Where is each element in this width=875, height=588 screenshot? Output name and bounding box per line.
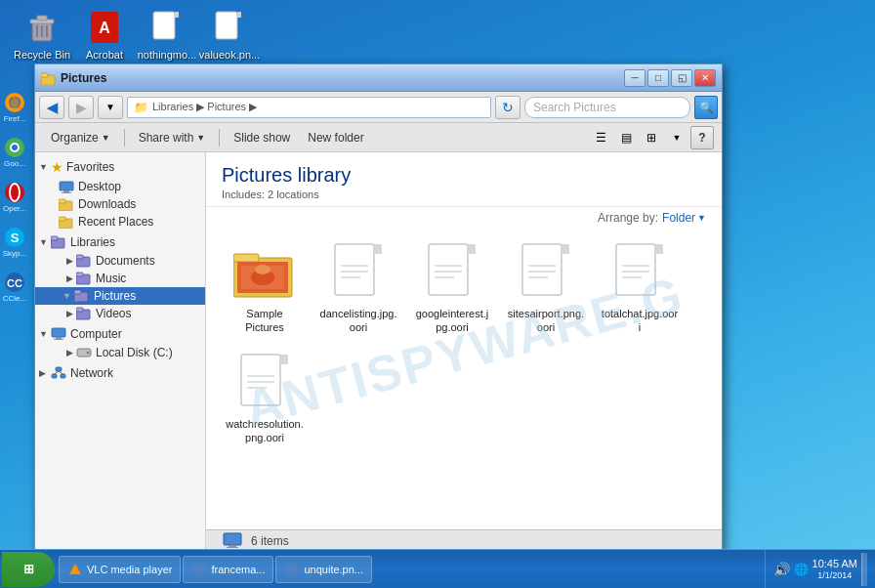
close-button[interactable]: ✕ (694, 69, 716, 87)
svg-rect-72 (522, 244, 562, 295)
view-tiles-button[interactable]: ⊞ (640, 126, 663, 149)
sitesairport-label: sitesairport.png.oori (507, 307, 585, 335)
arrange-value[interactable]: Folder ▼ (662, 211, 706, 225)
toolbar-sep-1 (124, 129, 125, 147)
share-with-button[interactable]: Share with ▼ (131, 126, 214, 149)
computer-header[interactable]: ▼ Computer (35, 324, 205, 344)
search-box[interactable]: Search Pictures (524, 97, 690, 118)
organize-button[interactable]: Organize ▼ (43, 126, 118, 149)
taskbar-item-vlc[interactable]: VLC media player (59, 556, 181, 583)
music-expand-icon: ▶ (66, 273, 73, 283)
svg-rect-92 (227, 547, 238, 548)
pictures-label: Pictures (94, 289, 136, 303)
music-icon (76, 272, 92, 285)
svg-rect-91 (229, 545, 236, 547)
nav-pane: ▼ ★ Favorites Desktop Downloads Recent P… (35, 152, 206, 551)
libraries-label: Libraries (70, 235, 115, 249)
view-arrow-button[interactable]: ▼ (665, 126, 688, 149)
minimize-button[interactable]: ─ (624, 69, 646, 87)
pictures-expand-icon: ▼ (62, 291, 71, 301)
sidebar-firefox[interactable]: Firef... (1, 88, 28, 127)
nav-item-documents[interactable]: ▶ Documents (35, 252, 205, 270)
nav-item-music[interactable]: ▶ Music (35, 270, 205, 287)
favorites-star-icon: ★ (51, 159, 63, 175)
file-item-sitesairport[interactable]: sitesairport.png.oori (503, 236, 589, 339)
recent-button[interactable]: ▼ (98, 96, 123, 119)
show-desktop-button[interactable] (861, 553, 867, 586)
svg-rect-50 (52, 374, 57, 378)
libraries-header[interactable]: ▼ Libraries (35, 232, 205, 252)
svg-rect-49 (56, 367, 62, 371)
toolbar-sep-2 (219, 129, 220, 147)
restore-button[interactable]: ◱ (671, 69, 692, 87)
forward-button[interactable]: ▶ (68, 96, 94, 119)
sidebar-ccleaner[interactable]: CC CCle... (1, 268, 28, 307)
nav-item-downloads[interactable]: Downloads (35, 195, 205, 213)
computer-icon (51, 327, 66, 341)
desktop-icon-acrobat[interactable]: A Acrobat (70, 8, 139, 62)
svg-rect-31 (59, 199, 65, 203)
address-icon: 📁 (134, 101, 148, 114)
watchresolution-icon (233, 351, 296, 413)
sidebar-opera[interactable]: Oper... (1, 178, 28, 217)
localdisk-expand-icon: ▶ (66, 348, 73, 357)
start-button[interactable]: ⊞ (2, 552, 55, 587)
file-item-googleinterest[interactable]: googleinterest.jpg.oori (409, 236, 495, 339)
sidebar-chrome[interactable]: Goo... (1, 133, 28, 172)
desktop-nav-icon (59, 180, 74, 193)
view-details-button[interactable]: ▤ (614, 126, 638, 149)
opera-label: Oper... (3, 204, 26, 213)
pictures-icon (74, 289, 90, 303)
maximize-button[interactable]: □ (647, 69, 669, 87)
clock: 10:45 AM 1/1/2014 (812, 557, 857, 582)
chrome-label: Goo... (4, 159, 25, 168)
acrobat-label: Acrobat (86, 49, 123, 62)
help-button[interactable]: ? (690, 126, 714, 149)
address-text: Libraries ▶ Pictures ▶ (152, 101, 257, 113)
desktop-icon-valueok[interactable]: valueok.pn... (195, 8, 264, 62)
slideshow-button[interactable]: Slide show (226, 126, 298, 149)
view-list-button[interactable]: ☰ (589, 126, 612, 149)
file-item-totalchat[interactable]: totalchat.jpg.oori (597, 236, 683, 339)
taskbar-item-francema[interactable]: francema... (183, 556, 273, 583)
file-item-dancelisting[interactable]: dancelisting.jpg.oori (315, 236, 401, 339)
svg-rect-26 (41, 73, 48, 77)
start-orb: ⊞ (23, 562, 34, 576)
file-item-sample-pictures[interactable]: Sample Pictures (222, 236, 308, 339)
totalchat-icon (608, 240, 671, 303)
file-item-watchresolution[interactable]: watchresolution.png.oori (222, 347, 308, 449)
sample-pictures-label: Sample Pictures (226, 307, 304, 335)
desktop-icon-nothingmore[interactable]: nothingmo... (133, 8, 201, 62)
recent-nav-icon (59, 215, 74, 229)
sidebar-skype[interactable]: S Skyp... (1, 223, 28, 262)
nav-item-recent-places[interactable]: Recent Places (35, 213, 205, 231)
unquite-label: unquite.pn... (304, 564, 363, 575)
nav-item-desktop[interactable]: Desktop (35, 178, 205, 195)
svg-rect-66 (429, 244, 468, 295)
nav-item-local-disk[interactable]: ▶ Local Disk (C:) (35, 344, 205, 361)
taskbar-tray: 🔊 🌐 10:45 AM 1/1/2014 (765, 550, 875, 588)
new-folder-button[interactable]: New folder (300, 126, 371, 149)
computer-expand-icon: ▼ (39, 329, 49, 339)
desktop-icon-recycle-bin[interactable]: Recycle Bin (8, 8, 76, 62)
svg-rect-27 (60, 182, 73, 190)
status-bar: 6 items (206, 529, 722, 551)
search-button[interactable]: 🔍 (694, 96, 718, 119)
taskbar-items: VLC media player francema... unquite.pn.… (55, 550, 765, 588)
valueok-label: valueok.pn... (199, 49, 260, 62)
sample-pictures-icon (233, 240, 296, 303)
svg-rect-84 (241, 355, 280, 405)
refresh-button[interactable]: ↻ (495, 96, 521, 119)
network-expand-icon: ▶ (39, 368, 49, 378)
address-bar: ◀ ▶ ▼ 📁 Libraries ▶ Pictures ▶ ↻ Search … (35, 92, 722, 123)
favorites-header[interactable]: ▼ ★ Favorites (35, 156, 205, 178)
network-header[interactable]: ▶ Network (35, 363, 205, 383)
back-button[interactable]: ◀ (39, 96, 64, 119)
francema-icon (191, 562, 207, 577)
svg-rect-45 (56, 337, 62, 339)
nav-item-videos[interactable]: ▶ Videos (35, 305, 205, 322)
taskbar-item-unquite[interactable]: unquite.pn... (275, 556, 372, 583)
nav-item-pictures[interactable]: ▼ Pictures (35, 287, 205, 305)
address-path[interactable]: 📁 Libraries ▶ Pictures ▶ (127, 97, 491, 118)
content-header: Pictures library Includes: 2 locations (206, 152, 722, 207)
